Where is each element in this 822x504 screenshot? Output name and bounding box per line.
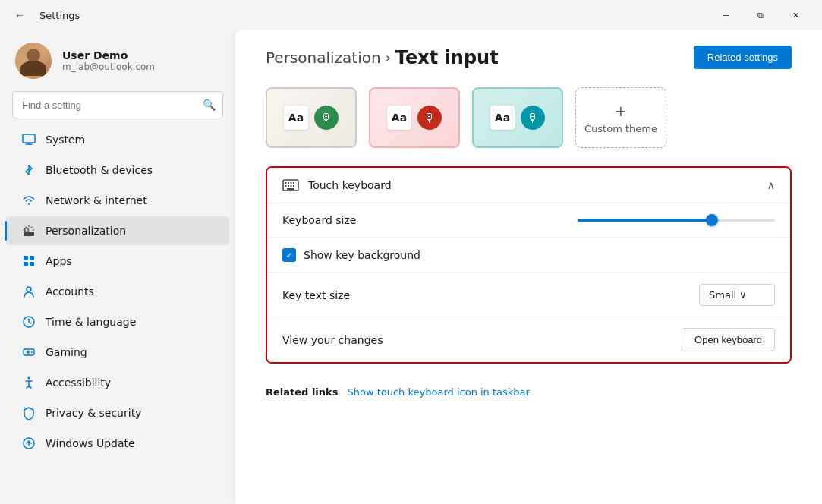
theme3-aa: Aa (490, 106, 515, 130)
related-link-taskbar[interactable]: Show touch keyboard icon in taskbar (347, 386, 529, 398)
user-profile: User Demo m_lab@outlook.com (0, 30, 235, 88)
show-key-background-row: ✓ Show key background (267, 238, 790, 273)
view-changes-row: View your changes Open keyboard (267, 317, 790, 362)
privacy-icon (21, 405, 36, 421)
themes-row: Aa 🎙 Aa 🎙 Aa 🎙 + Custom theme (235, 81, 822, 160)
related-links: Related links Show touch keyboard icon i… (235, 376, 822, 408)
sidebar-item-label: System (46, 134, 85, 146)
close-button[interactable]: ✕ (778, 3, 813, 27)
minimize-button[interactable]: ─ (708, 3, 743, 27)
dropdown-value: Small (709, 289, 736, 301)
sidebar-item-label: Personalization (46, 225, 126, 237)
sidebar-item-gaming[interactable]: Gaming (6, 338, 229, 367)
plus-icon: + (615, 102, 628, 120)
avatar-image (15, 43, 52, 79)
key-text-size-dropdown[interactable]: Small ∨ (699, 284, 775, 306)
sidebar-item-time[interactable]: Time & language (6, 307, 229, 336)
user-email: m_lab@outlook.com (62, 61, 155, 72)
user-info: User Demo m_lab@outlook.com (62, 49, 155, 72)
sidebar-item-label: Apps (46, 255, 72, 267)
sidebar-item-accessibility[interactable]: Accessibility (6, 368, 229, 397)
restore-button[interactable]: ⧉ (743, 3, 778, 27)
show-key-background-checkbox[interactable]: ✓ (282, 248, 296, 262)
key-text-size-row: Key text size Small ∨ (267, 273, 790, 317)
keyboard-size-slider[interactable] (578, 219, 775, 222)
theme-card-1[interactable]: Aa 🎙 (266, 87, 357, 148)
svg-rect-19 (288, 185, 289, 187)
svg-rect-17 (293, 182, 294, 184)
avatar (15, 43, 52, 79)
svg-point-10 (31, 351, 33, 353)
sidebar-item-update[interactable]: Windows Update (6, 429, 229, 458)
sidebar-item-label: Gaming (46, 346, 87, 358)
slider-fill (578, 219, 712, 222)
svg-rect-4 (30, 256, 34, 260)
sidebar-item-bluetooth[interactable]: Bluetooth & devices (6, 156, 229, 184)
keyboard-size-row: Keyboard size (267, 203, 790, 238)
system-icon (21, 132, 36, 147)
theme1-aa: Aa (284, 106, 308, 130)
breadcrumb: Personalization › Text input (266, 47, 499, 68)
titlebar-title: Settings (39, 10, 80, 21)
bluetooth-icon (21, 162, 36, 178)
sidebar-item-label: Windows Update (46, 437, 135, 449)
theme2-aa: Aa (387, 106, 411, 130)
main-layout: User Demo m_lab@outlook.com 🔍 System Blu… (0, 30, 822, 504)
chevron-up-icon: ∧ (767, 179, 775, 191)
related-settings-button[interactable]: Related settings (694, 46, 792, 69)
search-input[interactable] (12, 91, 223, 118)
touch-keyboard-title: Touch keyboard (308, 179, 392, 191)
svg-point-11 (28, 377, 30, 380)
checkbox-row: ✓ Show key background (282, 248, 420, 262)
search-box: 🔍 (12, 91, 223, 118)
section-header-left: Touch keyboard (282, 178, 392, 192)
content-area: Personalization › Text input Related set… (235, 30, 822, 504)
svg-rect-20 (291, 185, 292, 187)
content-header: Personalization › Text input Related set… (235, 30, 822, 81)
touch-keyboard-header[interactable]: Touch keyboard ∧ (267, 168, 790, 203)
key-text-size-label: Key text size (282, 289, 350, 301)
sidebar-item-label: Accounts (46, 285, 94, 298)
related-links-label: Related links (266, 386, 338, 398)
update-icon (21, 436, 36, 451)
svg-rect-5 (24, 262, 28, 266)
svg-rect-18 (285, 185, 287, 187)
personalization-icon (21, 223, 36, 238)
sidebar-item-privacy[interactable]: Privacy & security (6, 398, 229, 427)
theme-card-3[interactable]: Aa 🎙 (472, 87, 563, 148)
theme2-mic-icon: 🎙 (417, 106, 442, 130)
accessibility-icon (21, 375, 36, 390)
gaming-icon (21, 345, 36, 360)
slider-thumb[interactable] (706, 214, 718, 226)
time-icon (21, 314, 36, 329)
theme-card-2[interactable]: Aa 🎙 (369, 87, 460, 148)
sidebar-item-accounts[interactable]: Accounts (6, 277, 229, 306)
titlebar-left: ← Settings (9, 5, 80, 26)
touch-keyboard-section: Touch keyboard ∧ Keyboard size ✓ Sho (266, 166, 792, 364)
show-key-background-label: Show key background (304, 249, 420, 261)
sidebar-item-label: Time & language (46, 316, 136, 328)
svg-rect-0 (23, 134, 35, 143)
sidebar-item-apps[interactable]: Apps (6, 247, 229, 276)
sidebar-item-network[interactable]: Network & internet (6, 186, 229, 215)
breadcrumb-current: Text input (395, 47, 499, 68)
user-name: User Demo (62, 49, 155, 61)
svg-rect-16 (291, 182, 292, 184)
apps-icon (21, 254, 36, 269)
sidebar-item-label: Network & internet (46, 194, 147, 206)
svg-rect-3 (24, 256, 28, 260)
breadcrumb-parent: Personalization (266, 49, 381, 67)
custom-theme-button[interactable]: + Custom theme (575, 87, 666, 148)
sidebar: User Demo m_lab@outlook.com 🔍 System Blu… (0, 30, 235, 504)
titlebar-controls: ─ ⧉ ✕ (708, 3, 813, 27)
slider-track (578, 219, 775, 222)
svg-rect-21 (293, 185, 294, 187)
back-button[interactable]: ← (9, 5, 30, 26)
sidebar-item-system[interactable]: System (6, 125, 229, 154)
open-keyboard-button[interactable]: Open keyboard (682, 328, 775, 351)
sidebar-item-personalization[interactable]: Personalization (6, 216, 229, 245)
search-icon: 🔍 (203, 99, 216, 111)
keyboard-size-label: Keyboard size (282, 214, 356, 226)
dropdown-chevron-icon: ∨ (739, 289, 747, 301)
titlebar: ← Settings ─ ⧉ ✕ (0, 0, 822, 30)
